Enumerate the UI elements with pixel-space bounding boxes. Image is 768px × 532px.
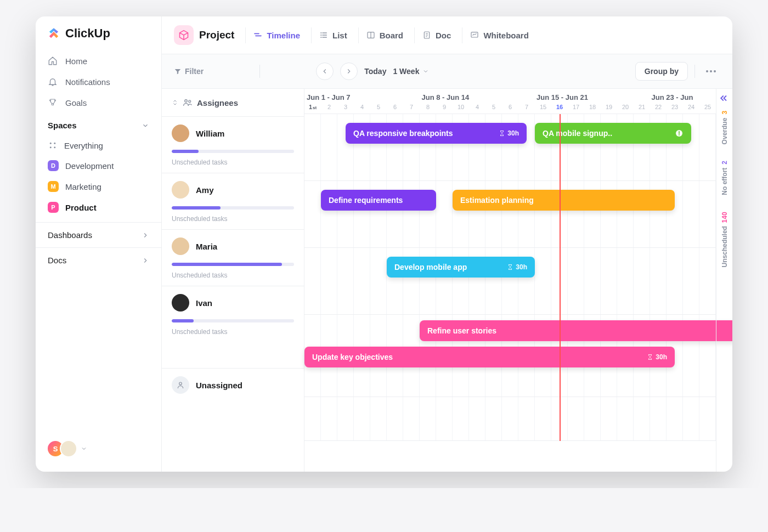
tab-doc[interactable]: Doc bbox=[414, 27, 459, 43]
day-label: 2 bbox=[321, 104, 337, 114]
space-everything[interactable]: Everything bbox=[36, 135, 161, 155]
nav-home[interactable]: Home bbox=[36, 50, 161, 71]
cube-icon bbox=[174, 25, 194, 45]
svg-point-8 bbox=[189, 100, 191, 103]
chevron-left-icon bbox=[321, 67, 329, 75]
day-label: 15 bbox=[535, 104, 551, 114]
tab-label: Doc bbox=[436, 31, 451, 40]
nav-dashboards[interactable]: Dashboards bbox=[36, 222, 161, 247]
nav-docs[interactable]: Docs bbox=[36, 247, 161, 273]
chevron-down-icon[interactable] bbox=[81, 445, 87, 452]
unassigned-label: Unassigned bbox=[196, 381, 242, 390]
rail-overdue[interactable]: Overdue3 bbox=[721, 111, 729, 144]
space-label: Marketing bbox=[65, 182, 101, 191]
unassigned-row[interactable]: Unassigned bbox=[162, 369, 304, 400]
more-button[interactable] bbox=[702, 70, 720, 72]
nav-goals-label: Goals bbox=[65, 98, 87, 107]
spaces-header-label: Spaces bbox=[48, 121, 77, 130]
range-button[interactable]: 1 Week bbox=[393, 67, 429, 76]
space-item[interactable]: D Development bbox=[36, 155, 161, 176]
filter-label: Filter bbox=[185, 67, 204, 76]
day-label: 17 bbox=[568, 104, 584, 114]
space-badge: D bbox=[48, 160, 59, 171]
unscheduled-label: Unscheduled tasks bbox=[172, 271, 294, 279]
task-bar[interactable]: Develop mobile app30h bbox=[387, 257, 535, 278]
user-avatars[interactable]: S bbox=[47, 440, 77, 457]
task-label: QA responsive breakpoints bbox=[353, 129, 453, 138]
progress-bar bbox=[172, 319, 294, 322]
sidebar: ClickUp Home Notifications Goals Spaces … bbox=[36, 16, 162, 472]
day-label: 25 bbox=[699, 104, 716, 114]
filter-button[interactable]: Filter bbox=[174, 67, 204, 76]
task-bar[interactable]: Refine user stories bbox=[420, 320, 732, 341]
progress-bar bbox=[172, 150, 294, 153]
assignee-row[interactable]: Amy Unscheduled tasks bbox=[162, 173, 304, 230]
clickup-logo-icon bbox=[47, 26, 61, 41]
space-label: Product bbox=[65, 203, 97, 212]
assignee-name: Amy bbox=[196, 185, 214, 195]
hourglass-icon bbox=[499, 130, 505, 137]
prev-button[interactable] bbox=[316, 63, 334, 80]
divider bbox=[259, 65, 260, 78]
assignee-name: William bbox=[196, 129, 224, 138]
day-label: 6 bbox=[387, 104, 403, 114]
assignee-row[interactable]: Ivan Unscheduled tasks bbox=[162, 286, 304, 369]
space-item[interactable]: P Product bbox=[36, 197, 161, 218]
task-bar[interactable]: Define requirements bbox=[321, 190, 436, 211]
tab-timeline[interactable]: Timeline bbox=[245, 27, 308, 43]
bell-icon bbox=[48, 77, 58, 87]
range-label: 1 Week bbox=[393, 67, 419, 76]
task-label: Estimation planning bbox=[460, 196, 534, 205]
space-item[interactable]: M Marketing bbox=[36, 176, 161, 197]
day-label: 5 bbox=[370, 104, 387, 114]
tab-whiteboard[interactable]: Whiteboard bbox=[462, 27, 537, 43]
rail-label: No effort bbox=[721, 168, 729, 195]
timeline-grid[interactable]: Jun 1 - Jun 7Jun 8 - Jun 14Jun 15 - Jun … bbox=[304, 89, 716, 472]
task-hours: 30h bbox=[507, 263, 527, 271]
task-label: Update key objectives bbox=[312, 353, 393, 361]
assignee-row[interactable]: Maria Unscheduled tasks bbox=[162, 230, 304, 286]
people-icon bbox=[183, 98, 193, 107]
board-icon bbox=[366, 31, 375, 39]
nav-notifications[interactable]: Notifications bbox=[36, 71, 161, 92]
task-bar[interactable]: QA mobile signup.. bbox=[535, 123, 691, 144]
rail-unscheduled[interactable]: Unscheduled140 bbox=[721, 212, 729, 267]
today-button[interactable]: Today bbox=[364, 67, 386, 76]
hourglass-icon bbox=[647, 354, 653, 360]
rail-noeffort[interactable]: No effort2 bbox=[721, 161, 729, 195]
assignee-row[interactable]: William Unscheduled tasks bbox=[162, 117, 304, 173]
brand-logo[interactable]: ClickUp bbox=[36, 26, 161, 50]
task-bar[interactable]: QA responsive breakpoints30h bbox=[346, 123, 527, 144]
day-label: 19 bbox=[601, 104, 617, 114]
toolbar: Filter Today 1 Week Group by bbox=[162, 54, 732, 89]
assignee-header[interactable]: Assignees bbox=[162, 89, 304, 117]
avatar bbox=[172, 124, 189, 142]
day-label: 4 bbox=[469, 104, 485, 114]
project-chip[interactable]: Project bbox=[174, 25, 234, 45]
tab-list[interactable]: List bbox=[311, 27, 355, 43]
day-label: 1st bbox=[304, 104, 321, 114]
chevron-right-icon bbox=[142, 257, 149, 264]
task-bar[interactable]: Estimation planning bbox=[453, 190, 675, 211]
day-label: 18 bbox=[584, 104, 601, 114]
spaces-header[interactable]: Spaces bbox=[36, 113, 161, 135]
svg-point-7 bbox=[185, 100, 188, 103]
task-bar[interactable]: Update key objectives30h bbox=[304, 347, 675, 367]
space-badge: P bbox=[48, 202, 59, 213]
week-label: Jun 23 - Jun bbox=[650, 89, 716, 104]
rail-count: 2 bbox=[721, 161, 729, 165]
task-label: Develop mobile app bbox=[394, 263, 467, 271]
task-label: QA mobile signup.. bbox=[543, 129, 612, 138]
svg-point-0 bbox=[50, 143, 52, 144]
nav-goals[interactable]: Goals bbox=[36, 92, 161, 113]
tab-label: Timeline bbox=[267, 31, 300, 40]
collapse-icon[interactable] bbox=[718, 93, 728, 103]
whiteboard-icon bbox=[470, 31, 479, 39]
next-button[interactable] bbox=[340, 63, 358, 80]
svg-point-9 bbox=[179, 382, 182, 385]
view-tabs: Timeline List Board Doc Whiteboard bbox=[240, 27, 536, 43]
tab-label: List bbox=[332, 31, 347, 40]
tab-board[interactable]: Board bbox=[358, 27, 411, 43]
groupby-button[interactable]: Group by bbox=[635, 62, 688, 81]
right-rail: Overdue3 No effort2 Unscheduled140 bbox=[716, 89, 732, 472]
